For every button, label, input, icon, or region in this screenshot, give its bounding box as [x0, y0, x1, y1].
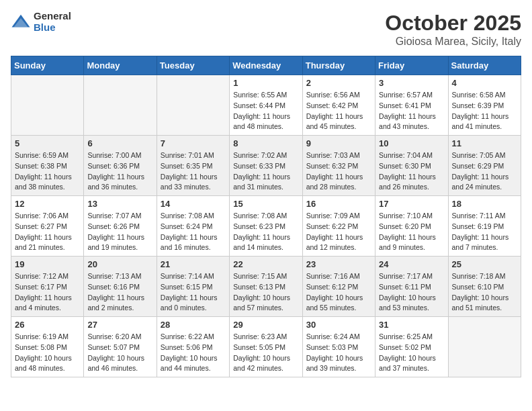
- calendar-week-2: 5Sunrise: 6:59 AM Sunset: 6:38 PM Daylig…: [11, 136, 521, 196]
- calendar-week-4: 19Sunrise: 7:12 AM Sunset: 6:17 PM Dayli…: [11, 257, 521, 317]
- day-number: 12: [15, 199, 80, 209]
- day-info: Sunrise: 7:00 AM Sunset: 6:36 PM Dayligh…: [87, 150, 152, 193]
- calendar-cell: 1Sunrise: 6:55 AM Sunset: 6:44 PM Daylig…: [230, 75, 302, 136]
- calendar-cell: 23Sunrise: 7:16 AM Sunset: 6:12 PM Dayli…: [302, 257, 375, 317]
- day-number: 16: [306, 199, 371, 209]
- calendar-header-row: SundayMondayTuesdayWednesdayThursdayFrid…: [11, 56, 521, 75]
- page-header: General Blue October 2025 Gioiosa Marea,…: [11, 11, 521, 48]
- day-number: 2: [306, 78, 371, 88]
- day-number: 18: [452, 199, 517, 209]
- logo-icon: [11, 12, 31, 32]
- calendar-cell: 12Sunrise: 7:06 AM Sunset: 6:27 PM Dayli…: [11, 196, 84, 257]
- calendar-cell: [157, 75, 229, 136]
- calendar-cell: 24Sunrise: 7:17 AM Sunset: 6:11 PM Dayli…: [375, 257, 448, 317]
- day-number: 31: [379, 320, 444, 330]
- day-number: 14: [161, 199, 226, 209]
- day-info: Sunrise: 7:15 AM Sunset: 6:13 PM Dayligh…: [233, 271, 298, 314]
- day-number: 22: [233, 259, 298, 269]
- calendar-cell: 16Sunrise: 7:09 AM Sunset: 6:22 PM Dayli…: [302, 196, 375, 257]
- calendar-cell: 28Sunrise: 6:22 AM Sunset: 5:06 PM Dayli…: [157, 317, 229, 377]
- day-info: Sunrise: 7:06 AM Sunset: 6:27 PM Dayligh…: [15, 211, 80, 253]
- calendar-cell: 7Sunrise: 7:01 AM Sunset: 6:35 PM Daylig…: [157, 136, 229, 196]
- calendar-week-3: 12Sunrise: 7:06 AM Sunset: 6:27 PM Dayli…: [11, 196, 521, 257]
- day-number: 23: [306, 259, 371, 269]
- calendar-cell: 29Sunrise: 6:23 AM Sunset: 5:05 PM Dayli…: [230, 317, 302, 377]
- day-info: Sunrise: 7:01 AM Sunset: 6:35 PM Dayligh…: [161, 150, 226, 193]
- day-number: 1: [233, 78, 298, 88]
- day-info: Sunrise: 7:11 AM Sunset: 6:19 PM Dayligh…: [452, 211, 517, 253]
- day-number: 20: [87, 259, 152, 269]
- day-info: Sunrise: 6:25 AM Sunset: 5:02 PM Dayligh…: [379, 332, 444, 374]
- month-title: October 2025: [385, 11, 521, 36]
- calendar-cell: 18Sunrise: 7:11 AM Sunset: 6:19 PM Dayli…: [448, 196, 521, 257]
- logo-blue: Blue: [34, 22, 71, 34]
- location: Gioiosa Marea, Sicily, Italy: [385, 36, 521, 48]
- calendar-cell: 15Sunrise: 7:08 AM Sunset: 6:23 PM Dayli…: [230, 196, 302, 257]
- day-number: 4: [452, 78, 517, 88]
- day-number: 15: [233, 199, 298, 209]
- day-info: Sunrise: 6:59 AM Sunset: 6:38 PM Dayligh…: [15, 150, 80, 193]
- calendar: SundayMondayTuesdayWednesdayThursdayFrid…: [11, 56, 521, 377]
- day-info: Sunrise: 6:56 AM Sunset: 6:42 PM Dayligh…: [306, 90, 371, 132]
- calendar-cell: [11, 75, 84, 136]
- header-wednesday: Wednesday: [230, 56, 302, 75]
- day-info: Sunrise: 6:24 AM Sunset: 5:03 PM Dayligh…: [306, 332, 371, 374]
- day-number: 9: [306, 138, 371, 148]
- day-info: Sunrise: 6:57 AM Sunset: 6:41 PM Dayligh…: [379, 90, 444, 132]
- day-number: 3: [379, 78, 444, 88]
- logo: General Blue: [11, 11, 71, 33]
- calendar-cell: 5Sunrise: 6:59 AM Sunset: 6:38 PM Daylig…: [11, 136, 84, 196]
- day-number: 13: [87, 199, 152, 209]
- calendar-week-5: 26Sunrise: 6:19 AM Sunset: 5:08 PM Dayli…: [11, 317, 521, 377]
- calendar-cell: 19Sunrise: 7:12 AM Sunset: 6:17 PM Dayli…: [11, 257, 84, 317]
- day-info: Sunrise: 7:17 AM Sunset: 6:11 PM Dayligh…: [379, 271, 444, 314]
- day-info: Sunrise: 7:14 AM Sunset: 6:15 PM Dayligh…: [161, 271, 226, 314]
- day-number: 29: [233, 320, 298, 330]
- calendar-cell: 20Sunrise: 7:13 AM Sunset: 6:16 PM Dayli…: [84, 257, 157, 317]
- day-number: 10: [379, 138, 444, 148]
- day-number: 6: [87, 138, 152, 148]
- calendar-cell: 17Sunrise: 7:10 AM Sunset: 6:20 PM Dayli…: [375, 196, 448, 257]
- calendar-cell: 3Sunrise: 6:57 AM Sunset: 6:41 PM Daylig…: [375, 75, 448, 136]
- header-thursday: Thursday: [302, 56, 375, 75]
- calendar-cell: 21Sunrise: 7:14 AM Sunset: 6:15 PM Dayli…: [157, 257, 229, 317]
- calendar-cell: 4Sunrise: 6:58 AM Sunset: 6:39 PM Daylig…: [448, 75, 521, 136]
- day-info: Sunrise: 7:02 AM Sunset: 6:33 PM Dayligh…: [233, 150, 298, 193]
- day-info: Sunrise: 6:58 AM Sunset: 6:39 PM Dayligh…: [452, 90, 517, 132]
- calendar-cell: 30Sunrise: 6:24 AM Sunset: 5:03 PM Dayli…: [302, 317, 375, 377]
- calendar-cell: 31Sunrise: 6:25 AM Sunset: 5:02 PM Dayli…: [375, 317, 448, 377]
- day-info: Sunrise: 6:23 AM Sunset: 5:05 PM Dayligh…: [233, 332, 298, 374]
- day-number: 7: [161, 138, 226, 148]
- calendar-cell: [448, 317, 521, 377]
- day-number: 17: [379, 199, 444, 209]
- day-number: 19: [15, 259, 80, 269]
- header-tuesday: Tuesday: [157, 56, 229, 75]
- calendar-cell: 10Sunrise: 7:04 AM Sunset: 6:30 PM Dayli…: [375, 136, 448, 196]
- header-friday: Friday: [375, 56, 448, 75]
- calendar-cell: 6Sunrise: 7:00 AM Sunset: 6:36 PM Daylig…: [84, 136, 157, 196]
- header-monday: Monday: [84, 56, 157, 75]
- day-info: Sunrise: 7:10 AM Sunset: 6:20 PM Dayligh…: [379, 211, 444, 253]
- header-saturday: Saturday: [448, 56, 521, 75]
- day-info: Sunrise: 7:12 AM Sunset: 6:17 PM Dayligh…: [15, 271, 80, 314]
- day-info: Sunrise: 6:22 AM Sunset: 5:06 PM Dayligh…: [161, 332, 226, 374]
- day-info: Sunrise: 7:04 AM Sunset: 6:30 PM Dayligh…: [379, 150, 444, 193]
- calendar-cell: 13Sunrise: 7:07 AM Sunset: 6:26 PM Dayli…: [84, 196, 157, 257]
- day-number: 26: [15, 320, 80, 330]
- calendar-cell: 26Sunrise: 6:19 AM Sunset: 5:08 PM Dayli…: [11, 317, 84, 377]
- day-number: 30: [306, 320, 371, 330]
- calendar-cell: [84, 75, 157, 136]
- calendar-cell: 14Sunrise: 7:08 AM Sunset: 6:24 PM Dayli…: [157, 196, 229, 257]
- calendar-cell: 11Sunrise: 7:05 AM Sunset: 6:29 PM Dayli…: [448, 136, 521, 196]
- day-info: Sunrise: 6:19 AM Sunset: 5:08 PM Dayligh…: [15, 332, 80, 374]
- day-number: 27: [87, 320, 152, 330]
- calendar-cell: 22Sunrise: 7:15 AM Sunset: 6:13 PM Dayli…: [230, 257, 302, 317]
- day-info: Sunrise: 6:55 AM Sunset: 6:44 PM Dayligh…: [233, 90, 298, 132]
- day-number: 25: [452, 259, 517, 269]
- logo-text: General Blue: [34, 11, 71, 33]
- logo-general: General: [34, 11, 71, 22]
- day-info: Sunrise: 6:20 AM Sunset: 5:07 PM Dayligh…: [87, 332, 152, 374]
- day-info: Sunrise: 7:09 AM Sunset: 6:22 PM Dayligh…: [306, 211, 371, 253]
- title-block: October 2025 Gioiosa Marea, Sicily, Ital…: [385, 11, 521, 48]
- day-info: Sunrise: 7:08 AM Sunset: 6:23 PM Dayligh…: [233, 211, 298, 253]
